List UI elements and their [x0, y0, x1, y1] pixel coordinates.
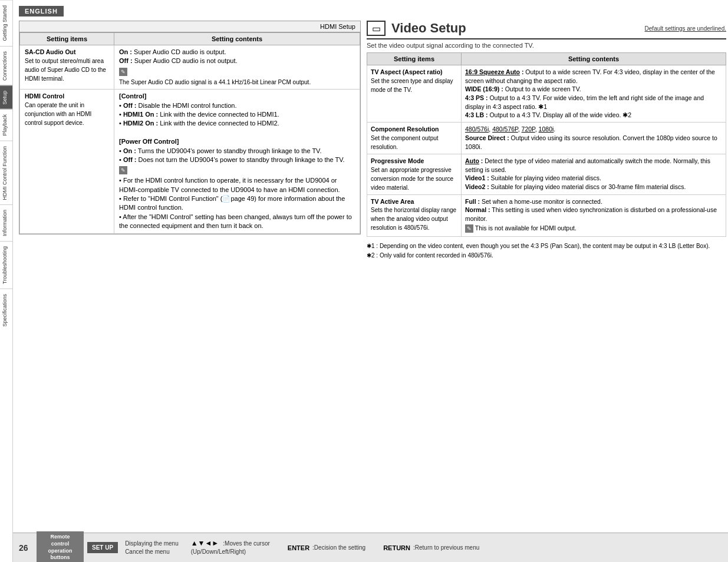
- video-header: ▭ Video Setup Default settings are under…: [367, 21, 726, 39]
- video-setup-panel: ▭ Video Setup Default settings are under…: [367, 21, 726, 260]
- hdmi-setup-panel: HDMI Setup Setting items Setting content…: [19, 21, 361, 234]
- monitor-icon: ▭: [367, 21, 386, 36]
- table-row: HDMI Control Can operate the unit in con…: [20, 90, 360, 233]
- progressive-contents: Auto : Detect the type of video material…: [462, 154, 726, 194]
- progressive-name: Progressive Mode Set an appropriate prog…: [367, 154, 462, 194]
- sidebar-item-hdmi-control[interactable]: HDMI Control Function: [0, 141, 12, 205]
- video-default-note: Default settings are underlined.: [645, 25, 726, 32]
- sidebar-item-connections[interactable]: Connections: [0, 46, 12, 85]
- lang-badge: ENGLISH: [19, 6, 64, 16]
- bottom-bar: 26 Remote control operationbuttons SET U…: [13, 533, 728, 562]
- sidebar-item-setup[interactable]: Setup: [0, 85, 12, 110]
- footnotes: ✱1 : Depending on the video content, eve…: [367, 242, 726, 260]
- enter-action: ENTER :Decision the setting: [288, 544, 365, 552]
- table-row: Component Resolution Set the component o…: [367, 123, 726, 154]
- comp-res-contents: 480/576i, 480/576P, 720P, 1080i. Source …: [462, 123, 726, 154]
- main-content: ENGLISH HDMI Setup Setting items Setting…: [13, 0, 728, 562]
- table-row: Progressive Mode Set an appropriate prog…: [367, 154, 726, 194]
- sidebar-item-playback[interactable]: Playback: [0, 109, 12, 141]
- page-number: 26: [19, 543, 37, 553]
- tv-active-contents: Full : Set when a home-use monitor is co…: [462, 194, 726, 236]
- table-row: TV Active Area Sets the horizontal displ…: [367, 194, 726, 236]
- tv-aspect-contents: 16:9 Squeeze Auto : Output to a wide scr…: [462, 65, 726, 123]
- hdmi-control-setting-name: HDMI Control Can operate the unit in con…: [20, 90, 114, 233]
- table-row: SA-CD Audio Out Set to output stereo/mul…: [20, 45, 360, 90]
- video-table: Setting items Setting contents TV Aspect…: [367, 52, 726, 237]
- arrow-keys-action: ▲▼◄► :Moves the cursor(Up/Down/Left/Righ…: [191, 539, 270, 556]
- video-col2-header: Setting contents: [462, 53, 726, 65]
- hdmi-control-setting-contents: [Control] • Off : Disable the HDMI contr…: [114, 90, 360, 233]
- setup-action-text: Displaying the menu Cancel the menu: [125, 540, 179, 556]
- video-col1-header: Setting items: [367, 53, 462, 65]
- video-subtitle: Set the video output signal according to…: [367, 42, 726, 49]
- tv-aspect-name: TV Aspect (Aspect ratio) Set the screen …: [367, 65, 462, 123]
- sacd-setting-contents: On : Super Audio CD audio is output. Off…: [114, 45, 360, 90]
- remote-control-label: Remote control operationbuttons: [37, 531, 84, 562]
- sacd-setting-name: SA-CD Audio Out Set to output stereo/mul…: [20, 45, 114, 90]
- hdmi-table: Setting items Setting contents SA-CD Aud…: [19, 32, 360, 234]
- hdmi-col2-header: Setting contents: [114, 33, 360, 45]
- comp-res-name: Component Resolution Set the component o…: [367, 123, 462, 154]
- setup-button[interactable]: SET UP: [87, 542, 118, 553]
- footnote-1: ✱1 : Depending on the video content, eve…: [367, 242, 726, 251]
- table-row: TV Aspect (Aspect ratio) Set the screen …: [367, 65, 726, 123]
- sidebar-item-information[interactable]: Information: [0, 204, 12, 241]
- sidebar: Getting Started Connections Setup Playba…: [0, 0, 13, 562]
- hdmi-col1-header: Setting items: [20, 33, 114, 45]
- return-action: RETURN :Return to previous menu: [383, 544, 479, 552]
- video-setup-title: Video Setup: [391, 21, 466, 36]
- sidebar-item-troubleshooting[interactable]: Troubleshooting: [0, 241, 12, 289]
- footnote-2: ✱2 : Only valid for content recorded in …: [367, 251, 726, 260]
- sidebar-item-specifications[interactable]: Specifications: [0, 289, 12, 332]
- sidebar-item-getting-started[interactable]: Getting Started: [0, 0, 12, 46]
- tv-active-name: TV Active Area Sets the horizontal displ…: [367, 194, 462, 236]
- hdmi-setup-title: HDMI Setup: [19, 21, 360, 32]
